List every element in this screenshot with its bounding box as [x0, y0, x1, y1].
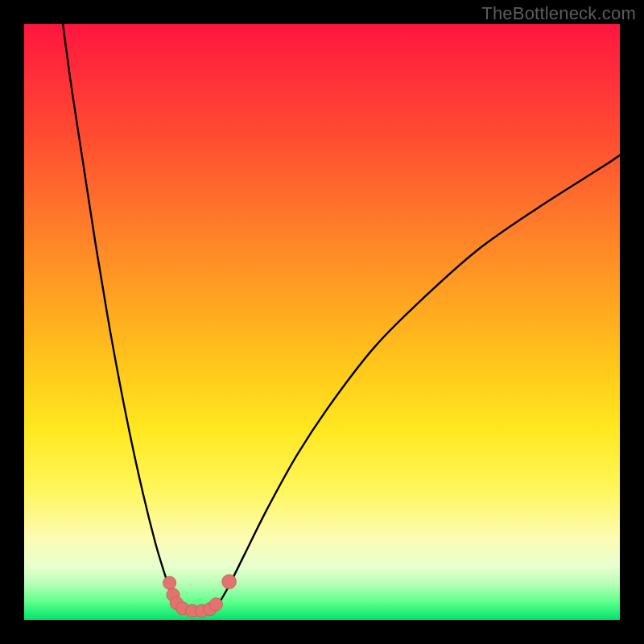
plot-area: [24, 24, 620, 620]
chart-frame: TheBottleneck.com: [0, 0, 644, 644]
valley-marker: [163, 576, 176, 589]
valley-marker: [222, 575, 237, 589]
bottleneck-curve: [63, 24, 620, 612]
chart-svg: [24, 24, 620, 620]
watermark-text: TheBottleneck.com: [481, 3, 636, 24]
valley-markers: [163, 575, 237, 617]
valley-marker: [209, 598, 222, 611]
